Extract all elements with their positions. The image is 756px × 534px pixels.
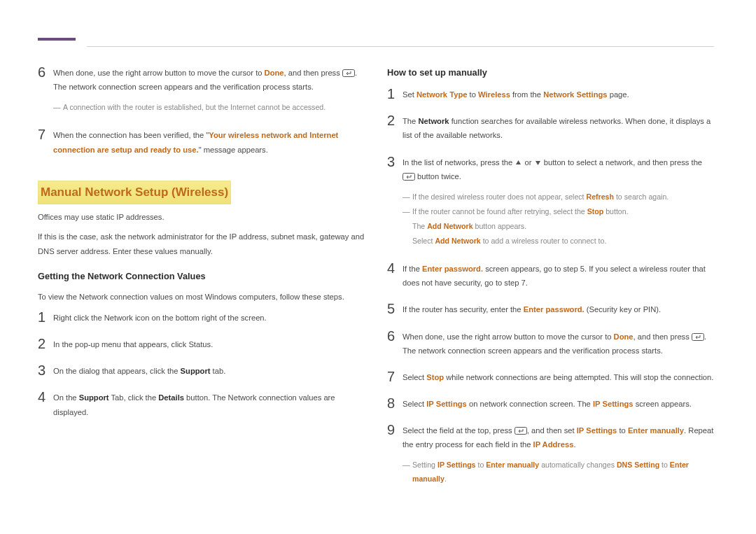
step-number: 6 [387, 328, 402, 358]
step-body: The Network function searches for availa… [402, 113, 714, 142]
note-text: If the router cannot be found after retr… [412, 205, 714, 218]
text: " message appears. [199, 146, 268, 154]
keyword-done: Done [265, 69, 284, 77]
note: ― A connection with the router is establ… [53, 101, 365, 114]
content-columns: 6 When done, use the right arrow button … [38, 64, 714, 499]
step-number: 5 [387, 301, 402, 316]
dash-icon: ― [53, 101, 63, 114]
note-text: A connection with the router is establis… [63, 101, 365, 114]
list-item: 7 When the connection has been verified,… [38, 127, 365, 156]
text: Select [402, 373, 426, 381]
list-item: 8 Select IP Settings on network connecti… [387, 395, 714, 411]
text: (Security key or PIN). [584, 305, 661, 314]
step-number: 8 [387, 395, 402, 411]
step-body: When done, use the right arrow button to… [402, 328, 714, 358]
step-number: 1 [38, 309, 53, 325]
step-body: Select the field at the top, press , and… [402, 422, 714, 486]
step-number: 6 [38, 64, 53, 115]
keyword: Wireless [478, 90, 510, 99]
keyword: Stop [426, 373, 444, 381]
header-accent-bar [38, 38, 76, 41]
step-number: 4 [38, 389, 53, 419]
section-title: Manual Network Setup (Wireless) [38, 181, 231, 205]
step-body: Select Stop while network connections ar… [402, 369, 714, 384]
step-body: In the pop-up menu that appears, click S… [53, 336, 365, 351]
svg-marker-1 [516, 160, 521, 164]
svg-marker-2 [536, 161, 540, 165]
paragraph: If this is the case, ask the network adm… [38, 230, 365, 258]
step-body: Right click the Network icon on the bott… [53, 309, 365, 325]
keyword: Network Type [416, 90, 468, 99]
text: , and then press [284, 69, 342, 77]
paragraph: Offices may use static IP addresses. [38, 210, 365, 224]
keyword-support: Support [181, 367, 211, 375]
text: The [402, 117, 418, 125]
step-body: Set Network Type to Wireless from the Ne… [402, 86, 714, 101]
note-sub: Select Add Network to add a wireless rou… [402, 234, 714, 248]
keyword: Network Settings [543, 90, 607, 99]
step-body: If the Enter password. screen appears, g… [402, 260, 714, 290]
keyword: IP Settings [593, 400, 634, 408]
enter-icon [514, 427, 527, 435]
text: Select [402, 400, 426, 408]
text: . [573, 440, 575, 449]
down-arrow-icon [534, 159, 542, 167]
text: Set [402, 90, 416, 99]
text: from the [510, 90, 543, 99]
step-body: When the connection has been verified, t… [53, 127, 365, 156]
enter-icon [692, 333, 704, 341]
text: In the list of networks, press the [402, 158, 514, 167]
keyword: Enter password. [422, 265, 483, 273]
text: to [467, 90, 478, 99]
note-sub: The Add Network button appears. [402, 220, 714, 233]
text: screen appears. [634, 400, 692, 408]
note-text: If the desired wireless router does not … [412, 190, 714, 204]
step-body: When done, use the right arrow button to… [53, 64, 365, 115]
keyword: IP Settings [577, 426, 617, 435]
list-item: 2 The Network function searches for avai… [387, 113, 714, 142]
text: Tab, click the [109, 393, 159, 402]
step-number: 7 [38, 127, 53, 156]
keyword-support: Support [79, 393, 109, 402]
step-number: 1 [387, 86, 402, 101]
dash-icon: ― [402, 190, 412, 204]
list-item: 1 Set Network Type to Wireless from the … [387, 86, 714, 101]
note: ―If the router cannot be found after ret… [402, 205, 714, 218]
list-item: 3 On the dialog that appears, click the … [38, 363, 365, 378]
list-item: 6 When done, use the right arrow button … [38, 64, 365, 115]
keyword-details: Details [158, 393, 184, 402]
keyword: Network [418, 117, 449, 125]
note: ―If the desired wireless router does not… [402, 190, 714, 204]
text: When done, use the right arrow button to… [402, 332, 614, 341]
text: button twice. [415, 172, 461, 181]
text: while network connections are being atte… [444, 373, 713, 381]
right-column: How to set up manually 1 Set Network Typ… [387, 64, 714, 499]
step-number: 9 [387, 422, 402, 486]
note: ―Setting IP Settings to Enter manually a… [402, 458, 714, 485]
keyword: Enter password. [524, 305, 584, 314]
header-divider [87, 46, 714, 47]
step-number: 3 [38, 363, 53, 378]
step-body: On the dialog that appears, click the Su… [53, 363, 365, 378]
text: On the dialog that appears, click the [53, 367, 181, 375]
text: to [617, 426, 628, 435]
list-item: 1 Right click the Network icon on the bo… [38, 309, 365, 325]
list-item: 7 Select Stop while network connections … [387, 369, 714, 384]
step-number: 3 [387, 154, 402, 250]
text: If the [402, 265, 422, 273]
text: page. [608, 90, 629, 99]
step-number: 7 [387, 369, 402, 384]
step-number: 4 [387, 260, 402, 290]
step-body: Select IP Settings on network connection… [402, 395, 714, 411]
keyword: IP Settings [426, 400, 467, 408]
subsection-heading: How to set up manually [387, 64, 714, 80]
text: on network connection screen. The [467, 400, 593, 408]
list-item: 3 In the list of networks, press the or … [387, 154, 714, 250]
subsection-heading: Getting the Network Connection Values [38, 268, 365, 284]
document-page: 6 When done, use the right arrow button … [0, 0, 756, 534]
enter-icon [402, 173, 415, 181]
text: button to select a network, and then pre… [542, 158, 703, 167]
keyword: Enter manually [628, 426, 684, 435]
dash-icon: ― [402, 205, 412, 218]
text: When the connection has been verified, t… [53, 131, 209, 139]
